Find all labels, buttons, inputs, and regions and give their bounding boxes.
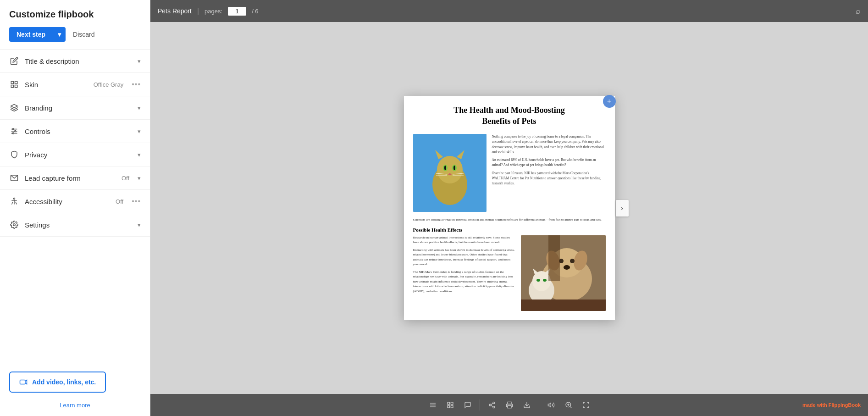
svg-point-8 (15, 131, 16, 132)
svg-point-35 (570, 259, 575, 263)
flipbook-content: The Health and Mood-BoostingBenefits of … (404, 96, 615, 320)
toolbar-separator-2 (539, 399, 539, 410)
flipbook-para5: Research on human-animal interactions is… (413, 235, 516, 245)
list-view-button[interactable] (426, 399, 440, 411)
print-button[interactable] (502, 399, 517, 411)
pencil-icon (9, 56, 19, 66)
svg-line-61 (570, 406, 571, 408)
pin-button[interactable]: + (603, 95, 616, 108)
flipbook-para3: Over the past 10 years, NIH has partnere… (492, 171, 606, 186)
dog-cat-image (521, 235, 606, 311)
svg-point-11 (14, 198, 15, 200)
grid-view-button[interactable] (443, 399, 458, 411)
settings-icon (9, 220, 19, 230)
page-number-input[interactable]: 1 (228, 7, 246, 16)
fullscreen-button[interactable] (579, 399, 593, 411)
nav-label-lead-capture: Lead capture form (25, 174, 116, 182)
flipbook-intro-text: Nothing compares to the joy of coming ho… (492, 134, 606, 212)
audio-button[interactable] (544, 399, 558, 411)
svg-point-17 (437, 156, 463, 183)
zoom-button[interactable] (561, 399, 576, 411)
nav-item-settings[interactable]: Settings ▾ (0, 213, 150, 237)
chevron-icon-privacy: ▾ (138, 151, 141, 158)
svg-point-12 (13, 224, 16, 226)
flipbook-para6: Interacting with animals has been shown … (413, 248, 516, 267)
svg-rect-2 (11, 85, 13, 88)
svg-line-56 (491, 403, 493, 405)
next-step-dropdown-arrow[interactable]: ▾ (53, 27, 66, 42)
nav-label-title-description: Title & description (25, 57, 132, 65)
nav-label-controls: Controls (25, 128, 132, 135)
svg-rect-1 (15, 81, 17, 83)
flipbook-top-section: Nothing compares to the joy of coming ho… (413, 134, 606, 212)
svg-point-7 (12, 128, 14, 130)
topbar-title: Pets Report (158, 7, 192, 15)
svg-line-55 (491, 405, 493, 407)
topbar-pages-label: pages: (205, 8, 222, 15)
nav-label-settings: Settings (25, 221, 132, 229)
svg-point-42 (543, 279, 547, 282)
made-with-label: made with FlippingBook (802, 402, 861, 408)
svg-rect-48 (448, 402, 450, 405)
learn-more-link[interactable]: Learn more (0, 402, 150, 409)
chevron-icon-controls: ▾ (138, 128, 141, 135)
svg-rect-43 (521, 300, 606, 311)
dots-icon-skin[interactable]: ••• (132, 80, 141, 89)
nav-label-branding: Branding (25, 104, 132, 112)
made-with-brand: FlippingBook (829, 402, 861, 408)
add-video-button[interactable]: Add video, links, etc. (9, 372, 106, 393)
flipbook-section-title: Possible Health Effects (413, 227, 606, 233)
nav-value-accessibility: Off (116, 198, 123, 205)
nav-item-lead-capture[interactable]: Lead capture form Off ▾ (0, 166, 150, 190)
sidebar-actions: Next step ▾ Discard (9, 27, 141, 42)
topbar: Pets Report | pages: 1 / 6 ⌕ (150, 0, 868, 22)
made-with-prefix: made with (802, 402, 827, 408)
next-step-button[interactable]: Next step ▾ (9, 27, 66, 42)
svg-point-36 (564, 265, 570, 270)
flipbook-para4: Scientists are looking at what the poten… (413, 217, 606, 222)
toolbar-separator-1 (480, 399, 480, 410)
share-button[interactable] (485, 399, 499, 411)
svg-point-9 (12, 133, 14, 134)
download-button[interactable] (520, 399, 534, 411)
flipbook-title: The Health and Mood-BoostingBenefits of … (413, 105, 606, 127)
nav-item-accessibility[interactable]: Accessibility Off ••• (0, 190, 150, 213)
branding-icon (9, 103, 19, 113)
sidebar: Customize flipbook Next step ▾ Discard T… (0, 0, 150, 416)
svg-point-22 (444, 166, 446, 170)
next-page-arrow[interactable]: › (616, 200, 629, 216)
nav-item-privacy[interactable]: Privacy ▾ (0, 143, 150, 166)
nav-label-privacy: Privacy (25, 151, 132, 159)
svg-rect-51 (451, 405, 453, 408)
search-icon[interactable]: ⌕ (856, 6, 861, 16)
discard-button[interactable]: Discard (69, 27, 98, 42)
dots-icon-accessibility[interactable]: ••• (132, 197, 141, 205)
lead-capture-icon (9, 173, 19, 183)
flipbook-container: + The Health and Mood-BoostingBenefits o… (404, 96, 615, 320)
flipbook-para1: Nothing compares to the joy of coming ho… (492, 134, 606, 155)
svg-rect-13 (20, 380, 25, 384)
nav-label-accessibility: Accessibility (25, 198, 110, 205)
svg-point-41 (536, 279, 540, 282)
nav-item-controls[interactable]: Controls ▾ (0, 120, 150, 143)
nav-label-skin: Skin (25, 81, 88, 89)
nav-item-branding[interactable]: Branding ▾ (0, 96, 150, 120)
flipbook-para7: The NIH/Mars Partnership is funding a ra… (413, 270, 516, 294)
svg-rect-44 (548, 235, 560, 281)
svg-rect-3 (15, 85, 17, 88)
topbar-total-pages: / 6 (252, 8, 258, 15)
accessibility-icon (9, 196, 19, 206)
controls-icon (9, 126, 19, 136)
svg-point-23 (453, 166, 455, 170)
cat-image (413, 134, 487, 212)
nav-item-skin[interactable]: Skin Office Gray ••• (0, 73, 150, 96)
flipbook-para2: An estimated 68% of U.S. households have… (492, 157, 606, 168)
svg-rect-49 (451, 402, 453, 405)
chat-button[interactable] (460, 399, 475, 411)
flipbook-bottom-section: Research on human-animal interactions is… (413, 235, 606, 311)
chevron-icon: ▾ (138, 58, 141, 65)
svg-rect-57 (508, 405, 511, 408)
nav-item-title-description[interactable]: Title & description ▾ (0, 50, 150, 73)
svg-marker-59 (548, 403, 551, 407)
chevron-icon-branding: ▾ (138, 105, 141, 111)
